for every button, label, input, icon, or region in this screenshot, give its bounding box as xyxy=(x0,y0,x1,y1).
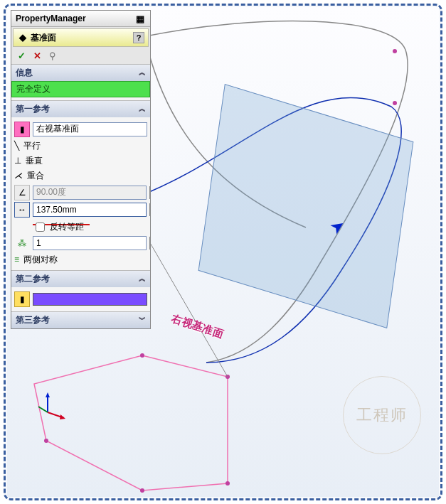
chevron-up-icon: ︽ xyxy=(139,274,146,284)
feature-header: ◆ 基准面 ? xyxy=(13,28,149,47)
midplane-label: 两侧对称 xyxy=(23,254,58,266)
feature-name: 基准面 xyxy=(31,33,56,43)
face-select-icon[interactable]: ▮ xyxy=(14,291,30,307)
section-ref2: 第二参考 ︽ ▮ xyxy=(11,270,150,311)
pushpin-icon[interactable]: ⚲ xyxy=(47,50,58,62)
svg-line-11 xyxy=(38,407,48,412)
face-select-icon[interactable]: ▮ xyxy=(14,122,30,137)
section-ref3-header[interactable]: 第三参考 ︾ xyxy=(11,312,150,328)
ref2-entity-input[interactable] xyxy=(33,293,147,306)
angle-input xyxy=(33,186,147,200)
reverse-offset-checkbox[interactable] xyxy=(36,222,45,232)
instances-input[interactable] xyxy=(33,236,147,250)
section-ref2-header[interactable]: 第二参考 ︽ xyxy=(11,271,150,287)
perpendicular-label: 垂直 xyxy=(26,155,43,167)
cancel-button[interactable]: ✕ xyxy=(31,50,43,62)
help-button[interactable]: ? xyxy=(133,32,144,43)
chevron-up-icon: ︽ xyxy=(139,104,146,114)
preview-plane xyxy=(198,84,414,328)
origin-triad-icon[interactable] xyxy=(37,391,65,419)
entity-label: 右视基准面 xyxy=(170,312,225,341)
ok-button[interactable]: ✓ xyxy=(16,50,27,62)
parallel-label: 平行 xyxy=(23,140,41,152)
svg-point-0 xyxy=(393,49,397,53)
pm-options-icon[interactable]: ▦ xyxy=(134,13,146,24)
instances-icon: ⁂ xyxy=(14,235,30,251)
ref1-entity-input[interactable] xyxy=(33,122,147,136)
section-info-title: 信息 xyxy=(16,67,33,79)
coincident-icon: ⋌ xyxy=(14,171,23,181)
svg-point-6 xyxy=(140,353,144,358)
section-ref1-header[interactable]: 第一参考 ︽ xyxy=(11,101,150,117)
constraint-coincident[interactable]: ⋌ 重合 xyxy=(14,168,147,183)
svg-marker-10 xyxy=(60,414,65,419)
coincident-label: 重合 xyxy=(27,170,44,182)
reverse-offset-label: 反转等距 xyxy=(50,221,84,233)
pm-title-text: PropertyManager xyxy=(16,14,86,23)
chevron-up-icon: ︽ xyxy=(139,68,146,77)
section-ref2-title: 第二参考 xyxy=(16,273,50,285)
confirm-bar: ✓ ✕ ⚲ xyxy=(11,48,150,64)
parallel-icon: ╲ xyxy=(14,141,19,151)
property-manager-panel: PropertyManager ▦ ◆ 基准面 ? ✓ ✕ ⚲ 信息 ︽ 完全定… xyxy=(11,10,151,329)
status-fully-defined: 完全定义 xyxy=(11,81,150,97)
svg-point-4 xyxy=(225,481,230,486)
angle-spinner: ▴▾ xyxy=(149,186,150,199)
constraint-perpendicular[interactable]: ⊥ 垂直 xyxy=(14,154,147,168)
plane-icon: ◆ xyxy=(17,31,28,43)
section-ref3: 第三参考 ︾ xyxy=(11,311,150,328)
section-info-header[interactable]: 信息 ︽ xyxy=(11,65,150,81)
section-ref1-title: 第一参考 xyxy=(16,103,50,115)
constraint-parallel[interactable]: ╲ 平行 xyxy=(14,139,147,154)
svg-marker-8 xyxy=(46,392,50,397)
section-ref1: 第一参考 ︽ ▮ ╲ 平行 ⊥ 垂直 ⋌ 重合 ∠ ▴▾ xyxy=(11,100,150,270)
perpendicular-icon: ⊥ xyxy=(14,156,21,166)
pm-titlebar: PropertyManager ▦ xyxy=(11,11,150,27)
svg-point-3 xyxy=(140,488,144,493)
offset-distance-icon[interactable]: ↔ xyxy=(14,202,30,218)
svg-point-1 xyxy=(393,101,397,105)
distance-input[interactable] xyxy=(33,203,147,217)
watermark: 工程师 xyxy=(343,376,421,454)
chevron-down-icon: ︾ xyxy=(139,315,146,325)
svg-point-2 xyxy=(44,439,48,443)
distance-spinner[interactable]: ▴▾ xyxy=(149,203,150,216)
instances-spinner[interactable]: ▴▾ xyxy=(149,237,150,250)
section-ref3-title: 第三参考 xyxy=(16,314,50,326)
svg-point-5 xyxy=(225,375,230,379)
constraint-midplane[interactable]: ≡ 两侧对称 xyxy=(14,252,147,267)
midplane-icon: ≡ xyxy=(14,254,19,264)
angle-icon: ∠ xyxy=(14,185,30,200)
section-info: 信息 ︽ 完全定义 xyxy=(11,64,150,100)
